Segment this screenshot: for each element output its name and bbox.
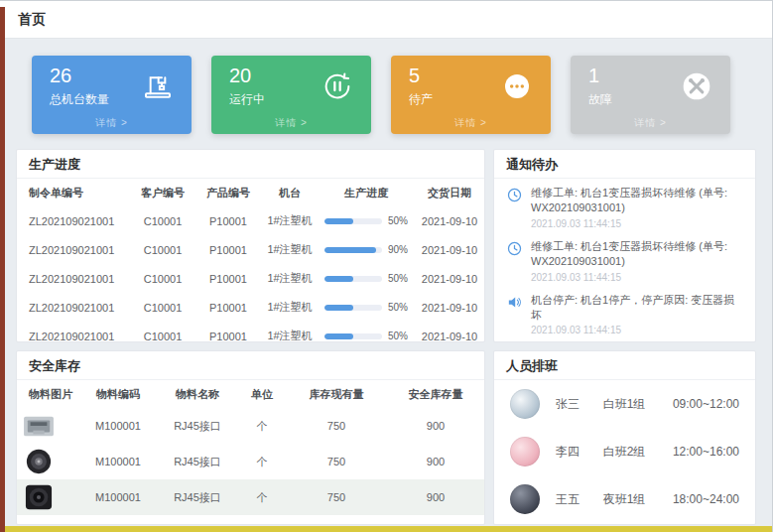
production-header-row: 制令单编号 客户编号 产品编号 机台 生产进度 交货日期 — [17, 179, 485, 206]
todo-text: 机台停产: 机台1停产，停产原因: 变压器损坏 — [531, 293, 743, 324]
product-no-cell: P10001 — [195, 264, 261, 293]
inventory-panel: 安全库存 物料图片 物料编码 物料名称 单位 库存现有量 安全库存量 — [16, 350, 485, 525]
page-title: 首页 — [18, 11, 46, 29]
todo-text: 维修工单: 机台1变压器损坏待维修 (单号: WX202109031001) — [531, 239, 743, 270]
machine-cell: 1#注塑机 — [261, 293, 319, 322]
progress-fill — [324, 218, 353, 224]
todo-item[interactable]: 机台停产: 机台1停产，停产原因: 变压器损坏 2021.09.03 11:44… — [494, 286, 755, 339]
shift-label: 白班1组 — [603, 396, 657, 413]
unit-cell: 个 — [237, 408, 287, 444]
stat-value: 20 — [229, 65, 265, 87]
customer-no-cell: C10001 — [130, 235, 195, 264]
material-image-cell — [17, 444, 78, 479]
speaker-icon — [506, 294, 523, 311]
progress-fill — [324, 305, 353, 311]
progress-percent: 50% — [388, 331, 408, 341]
stat-card-body: 5 待产 — [391, 56, 551, 108]
product-no-cell: P10001 — [195, 235, 261, 264]
shift-label: 白班2组 — [603, 444, 657, 461]
column-header-progress: 生产进度 — [319, 179, 414, 206]
detail-link[interactable]: 详情 > — [571, 116, 730, 130]
panels-grid: 生产进度 制令单编号 客户编号 产品编号 机台 生产进度 交货日期 — [16, 149, 756, 525]
schedule-panel: 人员排班 张三 白班1组 09:00~12:00 李四 白班2组 12:00~1… — [493, 350, 756, 525]
material-code-cell: M100001 — [78, 408, 158, 444]
material-code-cell: M100001 — [78, 444, 158, 479]
machine-cell: 1#注塑机 — [261, 206, 319, 235]
progress-cell: 50% — [319, 293, 414, 322]
page-content: 26 总机台数量 详情 > — [0, 39, 772, 525]
progress-percent: 50% — [388, 215, 408, 226]
person-name: 王五 — [556, 491, 587, 508]
production-progress-panel: 生产进度 制令单编号 客户编号 产品编号 机台 生产进度 交货日期 — [16, 149, 485, 342]
detail-link[interactable]: 详情 > — [32, 116, 192, 130]
dashboard-screen: 首页 26 总机台数量 — [0, 0, 773, 532]
material-name-cell: RJ45接口 — [158, 444, 237, 479]
safety-qty-cell: 900 — [386, 408, 485, 444]
todo-item[interactable]: 维修工单: 机台1变压器损坏待维修 (单号: WX202109031001) 2… — [494, 179, 755, 232]
stat-card-body: 20 运行中 — [211, 56, 371, 108]
column-header-machine: 机台 — [261, 179, 319, 206]
panel-title: 人员排班 — [494, 351, 755, 380]
progress-cell: 50% — [319, 264, 414, 293]
todo-item[interactable]: 维修工单: 机台1变压器损坏待维修 (单号: WX202109031001) 2… — [494, 232, 755, 286]
column-header-delivery-date: 交货日期 — [414, 179, 485, 206]
product-no-cell: P10001 — [195, 206, 261, 235]
inventory-header-row: 物料图片 物料编码 物料名称 单位 库存现有量 安全库存量 — [17, 380, 485, 408]
clock-icon — [506, 187, 523, 203]
stat-value: 5 — [409, 65, 433, 87]
detail-link[interactable]: 详情 > — [391, 116, 551, 130]
delivery-date-cell: 2021-09-10 — [414, 264, 485, 293]
stat-label: 待产 — [409, 91, 433, 108]
stat-label: 运行中 — [229, 91, 265, 108]
column-header-product-no: 产品编号 — [195, 179, 261, 206]
progress-cell: 50% — [319, 206, 414, 235]
material-image-cell — [17, 408, 78, 444]
rj45-photo — [20, 412, 58, 440]
panel-title: 通知待办 — [494, 150, 755, 179]
material-code-cell: M100001 — [78, 479, 158, 515]
safety-qty-cell: 900 — [386, 444, 485, 479]
stat-card-standby[interactable]: 5 待产 详情 > — [391, 56, 551, 134]
safety-qty-cell: 900 — [386, 479, 485, 515]
stat-card-running[interactable]: 20 运行中 详情 > — [211, 56, 371, 134]
on-hand-cell: 750 — [287, 444, 386, 479]
inventory-row: M100001 RJ45接口 个 750 900 — [17, 444, 485, 479]
running-icon — [320, 68, 355, 104]
todos-panel: 通知待办 维修工单: 机台1变压器损坏待维修 (单号: WX2021090310… — [493, 149, 756, 342]
schedule-row: 李四 白班2组 12:00~16:00 — [494, 428, 755, 475]
schedule-row: 王五 夜班1组 18:00~24:00 — [494, 475, 755, 523]
production-row: ZL202109021001 C10001 P10001 1#注塑机 50% 2… — [17, 322, 485, 342]
avatar — [510, 389, 540, 419]
progress-fill — [324, 276, 353, 282]
panel-title: 安全库存 — [17, 351, 484, 380]
customer-no-cell: C10001 — [130, 206, 195, 235]
material-image-cell — [17, 479, 78, 515]
production-row: ZL202109021001 C10001 P10001 1#注塑机 50% 2… — [17, 206, 485, 235]
customer-no-cell: C10001 — [130, 322, 195, 342]
stat-value: 1 — [588, 65, 612, 87]
person-name: 张三 — [556, 396, 587, 413]
inventory-table: 物料图片 物料编码 物料名称 单位 库存现有量 安全库存量 — [17, 380, 485, 515]
todo-time: 2021.09.03 11:44:15 — [531, 325, 743, 335]
column-header-on-hand: 库存现有量 — [287, 380, 386, 408]
progress-percent: 90% — [388, 244, 408, 255]
delivery-date-cell: 2021-09-10 — [414, 322, 485, 342]
progress-fill — [324, 333, 353, 339]
stat-card-fault[interactable]: 1 故障 详情 > — [571, 56, 730, 134]
avatar — [510, 484, 540, 514]
progress-percent: 50% — [388, 273, 408, 284]
detail-link[interactable]: 详情 > — [211, 116, 371, 130]
stat-card-total-machines[interactable]: 26 总机台数量 详情 > — [32, 56, 192, 134]
order-no-cell: ZL202109021001 — [17, 264, 130, 293]
on-hand-cell: 750 — [287, 479, 386, 515]
production-table: 制令单编号 客户编号 产品编号 机台 生产进度 交货日期 ZL202109021… — [17, 179, 485, 342]
machine-cell: 1#注塑机 — [261, 264, 319, 293]
column-header-material-name: 物料名称 — [158, 380, 237, 408]
window-left-edge — [0, 7, 5, 532]
customer-no-cell: C10001 — [130, 293, 195, 322]
progress-fill — [324, 247, 376, 253]
order-no-cell: ZL202109021001 — [17, 293, 130, 322]
page-header: 首页 — [0, 1, 772, 39]
todo-item[interactable]: 计划暂停: 机台1生产计划已暂停 2021.09.03 11:44:15 — [494, 338, 755, 342]
progress-bar — [324, 333, 382, 339]
